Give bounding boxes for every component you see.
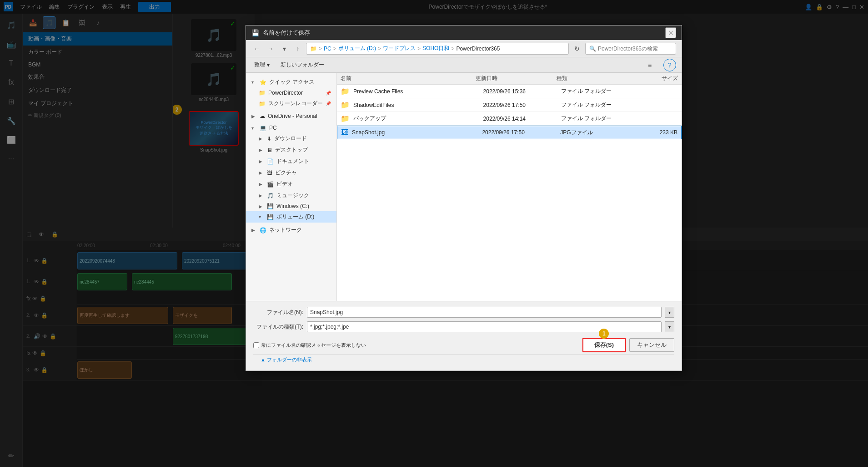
star-icon: ⭐ [260, 79, 266, 86]
view-button[interactable]: ≡ [643, 59, 656, 71]
nav-dropdown-button[interactable]: ▾ [279, 43, 290, 54]
file-type-3: JPGファイル [560, 129, 625, 137]
always-confirm-checkbox[interactable] [253, 342, 259, 348]
organize-dropdown-icon: ▾ [267, 62, 270, 68]
music-icon: 🎵 [267, 193, 274, 199]
folder-icon: 📁 [259, 90, 266, 96]
nav-bar: ← → ▾ ↑ 📁 > PC > ボリューム (D:) > ワードプレス > S… [246, 40, 682, 57]
col-size-header[interactable]: サイズ [624, 75, 678, 82]
dialog-title-icon: 💾 [251, 29, 259, 36]
filename-row: ファイル名(N): ▾ [253, 307, 674, 318]
jpg-icon-snapshot: 🖼 [341, 128, 348, 137]
pin-icon-2: 📌 [326, 101, 331, 106]
file-size-3: 233 KB [625, 129, 677, 136]
left-pane: ▾ ⭐ クイック アクセス 📁 PowerDirector 📌 📁 スクリーンレ… [246, 73, 337, 301]
checkbox-label: 常にファイル名の確認メッセージを表示しない [261, 342, 366, 349]
nav-up-button[interactable]: ↑ [292, 43, 303, 54]
nav-item-documents[interactable]: ▶ 📄 ドキュメント [246, 156, 336, 167]
cancel-button[interactable]: キャンセル [629, 338, 674, 352]
filename-input[interactable] [307, 307, 662, 318]
col-date-header[interactable]: 更新日時 [476, 75, 557, 82]
file-type-0: ファイル フォルダー [561, 87, 626, 95]
file-row-0[interactable]: 📁 Preview Cache Files 2022/09/26 15:36 フ… [337, 85, 682, 98]
filename-label: ファイル名(N): [253, 309, 303, 316]
nav-refresh-button[interactable]: ↻ [572, 43, 582, 54]
save-dialog: 💾 名前を付けて保存 ✕ ← → ▾ ↑ 📁 > PC > ボリューム (D:)… [246, 25, 682, 371]
nav-group-pc[interactable]: ▾ 💻 PC [246, 123, 336, 133]
file-row-3[interactable]: 🖼 SnapShot.jpg 2022/09/26 17:50 JPGファイル … [337, 126, 682, 139]
nav-item-videos[interactable]: ▶ 🎬 ビデオ [246, 178, 336, 190]
dialog-title: 名前を付けて保存 [263, 29, 310, 37]
breadcrumb-wordpress[interactable]: ワードプレス [383, 45, 416, 52]
toggle-folder-button[interactable]: ▲ フォルダーの非表示 [253, 354, 674, 365]
nav-item-desktop[interactable]: ▶ 🖥 デスクトップ [246, 144, 336, 156]
nav-group-onedrive[interactable]: ▶ ☁ OneDrive - Personal [246, 111, 336, 121]
save-button[interactable]: 保存(S) [582, 338, 626, 352]
file-name-2: バックアップ [353, 115, 483, 122]
nav-item-screenrecorder[interactable]: 📁 スクリーンレコーダー 📌 [246, 98, 336, 109]
filename-dropdown[interactable]: ▾ [665, 307, 674, 318]
nav-item-downloads[interactable]: ▶ ⬇ ダウンロード [246, 133, 336, 144]
file-name-0: Preview Cache Files [353, 88, 483, 95]
help-button[interactable]: ? [663, 59, 676, 71]
dialog-close-button[interactable]: ✕ [665, 27, 676, 38]
file-name-1: ShadowEditFiles [353, 102, 483, 108]
network-icon: 🌐 [260, 227, 266, 234]
download-icon: ⬇ [267, 136, 271, 142]
col-type-header[interactable]: 種類 [557, 75, 624, 82]
nav-group-quickaccess[interactable]: ▾ ⭐ クイック アクセス [246, 76, 336, 88]
filetype-row: ファイルの種類(T): ▾ [253, 321, 674, 332]
col-name-header[interactable]: 名前 [341, 75, 476, 82]
organize-button[interactable]: 整理 ▾ [251, 60, 272, 70]
video-icon: 🎬 [267, 181, 274, 188]
file-type-1: ファイル フォルダー [561, 101, 626, 109]
file-date-2: 2022/09/26 14:14 [483, 116, 561, 122]
search-icon: 🔍 [589, 46, 596, 52]
document-icon: 📄 [267, 158, 274, 165]
pc-icon: 💻 [260, 125, 266, 131]
nav-section-quickaccess: ▾ ⭐ クイック アクセス 📁 PowerDirector 📌 📁 スクリーンレ… [246, 76, 336, 109]
nav-group-network[interactable]: ▶ 🌐 ネットワーク [246, 224, 336, 236]
file-date-3: 2022/09/26 17:50 [482, 129, 560, 136]
nav-back-button[interactable]: ← [251, 43, 262, 54]
nav-item-pictures[interactable]: ▶ 🖼 ピクチャ [246, 167, 336, 178]
file-row-2[interactable]: 📁 バックアップ 2022/09/26 14:14 ファイル フォルダー [337, 112, 682, 126]
drive-c-icon: 💾 [267, 203, 274, 209]
filetype-label: ファイルの種類(T): [253, 323, 303, 331]
folder-icon-backup: 📁 [341, 114, 350, 123]
file-date-1: 2022/09/26 17:50 [483, 102, 561, 108]
new-folder-button[interactable]: 新しいフォルダー [278, 60, 327, 70]
picture-icon: 🖼 [267, 170, 272, 176]
folder-icon-preview: 📁 [341, 87, 350, 96]
breadcrumb-folder-icon: 📁 [310, 46, 317, 52]
dialog-body: ▾ ⭐ クイック アクセス 📁 PowerDirector 📌 📁 スクリーンレ… [246, 73, 682, 301]
search-box: 🔍 [585, 43, 676, 55]
filetype-dropdown[interactable]: ▾ [665, 321, 674, 332]
dialog-bottom: ファイル名(N): ▾ ファイルの種類(T): ▾ 常にファイル名の確認メッセー… [246, 301, 682, 371]
nav-item-volume-d[interactable]: ▾ 💾 ボリューム (D:) [246, 211, 336, 223]
nav-section-onedrive: ▶ ☁ OneDrive - Personal [246, 111, 336, 121]
drive-d-icon: 💾 [267, 214, 274, 220]
nav-section-network: ▶ 🌐 ネットワーク [246, 224, 336, 236]
file-type-2: ファイル フォルダー [561, 115, 626, 122]
pin-icon: 📌 [326, 91, 331, 96]
file-name-3: SnapShot.jpg [352, 129, 482, 136]
file-date-0: 2022/09/26 15:36 [483, 88, 561, 95]
cloud-icon: ☁ [260, 113, 265, 119]
nav-section-pc: ▾ 💻 PC ▶ ⬇ ダウンロード ▶ 🖥 デスクトップ ▶ 📄 [246, 123, 336, 223]
breadcrumb-drive[interactable]: ボリューム (D:) [338, 45, 376, 52]
file-row-1[interactable]: 📁 ShadowEditFiles 2022/09/26 17:50 ファイル … [337, 98, 682, 112]
nav-item-powerdirector[interactable]: 📁 PowerDirector 📌 [246, 88, 336, 98]
file-list-header: 名前 更新日時 種類 サイズ [337, 73, 682, 85]
search-input[interactable] [598, 46, 672, 52]
filetype-input[interactable] [307, 321, 662, 332]
folder-icon-2: 📁 [259, 101, 266, 107]
breadcrumb-soho[interactable]: SOHO日和 [422, 45, 449, 52]
dialog-titlebar: 💾 名前を付けて保存 ✕ [246, 25, 682, 40]
nav-item-music[interactable]: ▶ 🎵 ミュージック [246, 190, 336, 201]
breadcrumb-pc[interactable]: PC [324, 46, 331, 52]
checkbox-row: 常にファイル名の確認メッセージを表示しない [253, 342, 579, 349]
nav-item-windows-c[interactable]: ▶ 💾 Windows (C:) [246, 201, 336, 211]
nav-forward-button[interactable]: → [265, 43, 276, 54]
annotation-badge-1: 1 [599, 329, 609, 339]
